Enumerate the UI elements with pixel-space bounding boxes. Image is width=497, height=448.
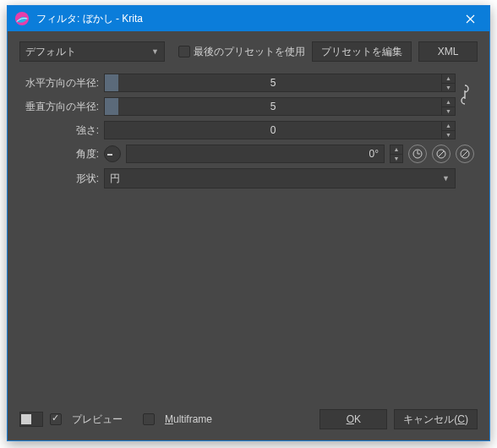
shape-row: 形状: 円 ▼ bbox=[19, 168, 474, 188]
shape-label: 形状: bbox=[19, 172, 104, 186]
angle-value: 0° bbox=[369, 148, 379, 160]
preset-row: デフォルト ▼ 最後のプリセットを使用 プリセットを編集 XML bbox=[19, 41, 478, 62]
vradius-row: 垂直方向の半径: 5 ▲▼ bbox=[19, 97, 456, 116]
vradius-slider[interactable]: 5 bbox=[104, 97, 442, 116]
strength-row: 強さ: 0 ▲▼ bbox=[19, 121, 474, 139]
multiframe-label: Multiframe bbox=[165, 413, 212, 425]
radius-block: 水平方向の半径: 5 ▲▼ 垂直方向の半径: bbox=[19, 74, 474, 116]
edit-presets-button[interactable]: プリセットを編集 bbox=[312, 41, 412, 62]
angle-label: 角度: bbox=[19, 147, 104, 161]
dialog-content: デフォルト ▼ 最後のプリセットを使用 プリセットを編集 XML 水平方向の半径… bbox=[8, 31, 489, 407]
vradius-label: 垂直方向の半径: bbox=[19, 100, 104, 114]
angle-flip-button[interactable] bbox=[432, 145, 451, 163]
strength-label: 強さ: bbox=[19, 123, 104, 138]
hradius-spin[interactable]: ▲▼ bbox=[442, 74, 456, 92]
angle-spin[interactable]: ▲▼ bbox=[390, 145, 403, 163]
preview-label: プレビュー bbox=[72, 412, 123, 427]
link-icon bbox=[459, 83, 471, 107]
xml-button[interactable]: XML bbox=[418, 41, 478, 62]
titlebar[interactable]: フィルタ: ぼかし - Krita bbox=[8, 6, 489, 31]
angle-row: 角度: 0° ▲▼ bbox=[19, 145, 474, 163]
shape-combo[interactable]: 円 ▼ bbox=[104, 168, 456, 188]
shape-value: 円 bbox=[110, 172, 120, 186]
dialog-window: フィルタ: ぼかし - Krita デフォルト ▼ 最後のプリセットを使用 プリ… bbox=[7, 5, 490, 441]
cancel-button[interactable]: キャンセル(C) bbox=[394, 409, 478, 429]
strength-slider[interactable]: 0 bbox=[104, 121, 442, 139]
hradius-slider[interactable]: 5 bbox=[104, 74, 442, 92]
preset-selected: デフォルト bbox=[25, 45, 76, 59]
vradius-value: 5 bbox=[105, 98, 441, 115]
chevron-down-icon: ▼ bbox=[442, 174, 450, 183]
strength-spin[interactable]: ▲▼ bbox=[442, 121, 456, 139]
ok-button[interactable]: OK bbox=[320, 409, 387, 429]
chevron-down-icon: ▼ bbox=[151, 47, 159, 56]
link-radii-toggle[interactable] bbox=[456, 74, 474, 116]
use-last-preset[interactable]: 最後のプリセットを使用 bbox=[178, 45, 305, 59]
dialog-footer: プレビュー Multiframe OK キャンセル(C) bbox=[8, 407, 489, 440]
preset-combo[interactable]: デフォルト ▼ bbox=[19, 41, 165, 62]
close-button[interactable] bbox=[451, 6, 489, 31]
strength-value: 0 bbox=[105, 122, 441, 139]
angle-dial[interactable] bbox=[104, 145, 121, 162]
angle-snap-button[interactable] bbox=[456, 145, 474, 163]
window-title: フィルタ: ぼかし - Krita bbox=[36, 12, 451, 26]
app-icon bbox=[14, 11, 30, 26]
angle-field[interactable]: 0° bbox=[126, 145, 385, 163]
angle-reset-button[interactable] bbox=[408, 145, 427, 163]
use-last-preset-checkbox[interactable] bbox=[178, 46, 190, 57]
preview-checkbox[interactable] bbox=[50, 413, 62, 425]
use-last-preset-label: 最後のプリセットを使用 bbox=[194, 45, 305, 59]
multiframe-checkbox[interactable] bbox=[143, 413, 155, 425]
hradius-label: 水平方向の半径: bbox=[19, 76, 104, 90]
preview-toggle[interactable] bbox=[19, 412, 43, 427]
hradius-value: 5 bbox=[105, 74, 441, 91]
hradius-row: 水平方向の半径: 5 ▲▼ bbox=[19, 74, 456, 92]
vradius-spin[interactable]: ▲▼ bbox=[442, 97, 456, 116]
params-form: 水平方向の半径: 5 ▲▼ 垂直方向の半径: bbox=[19, 74, 478, 188]
